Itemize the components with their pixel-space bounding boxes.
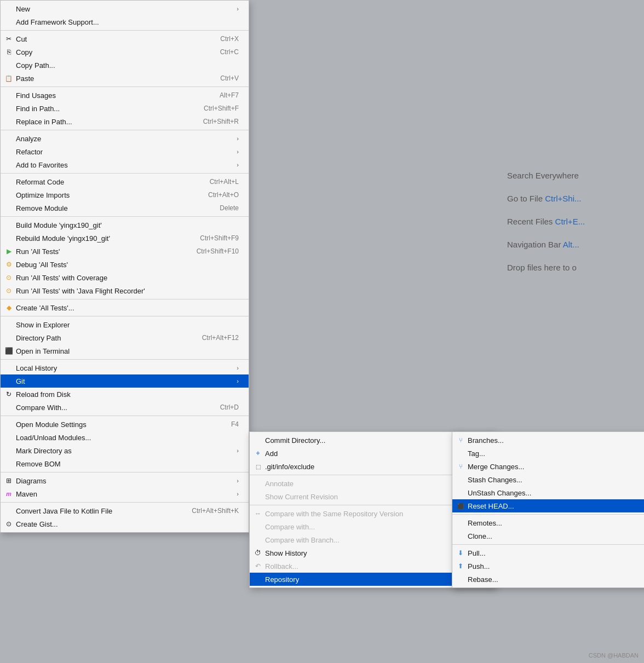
jfr-icon: ⊙ bbox=[4, 287, 14, 295]
push-icon: ⬆ bbox=[456, 562, 465, 570]
menu-item-create-tests[interactable]: ◆ Create 'All Tests'... bbox=[1, 301, 249, 314]
menu-item-remotes[interactable]: Remotes... bbox=[452, 516, 644, 529]
menu-item-unstash-changes[interactable]: UnStash Changes... bbox=[452, 486, 644, 499]
menu-item-find-in-path[interactable]: Find in Path... Ctrl+Shift+F bbox=[1, 102, 249, 115]
hint-recent-files: Recent Files Ctrl+E... bbox=[502, 210, 644, 233]
hint-nav-bar: Navigation Bar Alt... bbox=[502, 233, 644, 256]
menu-item-reload-from-disk[interactable]: ↻ Reload from Disk bbox=[1, 388, 249, 401]
menu-item-add-framework[interactable]: Add Framework Support... bbox=[1, 15, 249, 28]
primary-context-menu: New › Add Framework Support... ✂ Cut Ctr… bbox=[0, 0, 249, 533]
add-icon: + bbox=[253, 449, 263, 457]
cut-icon: ✂ bbox=[4, 35, 14, 43]
menu-item-replace-in-path[interactable]: Replace in Path... Ctrl+Shift+R bbox=[1, 115, 249, 128]
terminal-icon: ⬛ bbox=[4, 347, 14, 355]
menu-item-load-unload-modules[interactable]: Load/Unload Modules... bbox=[1, 431, 249, 444]
separator bbox=[452, 514, 644, 515]
right-panel: Search Everywhere Go to File Ctrl+Shi...… bbox=[502, 164, 644, 279]
separator bbox=[1, 87, 249, 87]
menu-item-stash-changes[interactable]: Stash Changes... bbox=[452, 473, 644, 486]
menu-item-remove-bom[interactable]: Remove BOM bbox=[1, 457, 249, 470]
separator bbox=[1, 416, 249, 416]
menu-item-tag[interactable]: Tag... bbox=[452, 447, 644, 460]
hint-search: Search Everywhere bbox=[502, 164, 644, 187]
menu-item-compare-with[interactable]: Compare With... Ctrl+D bbox=[1, 401, 249, 414]
menu-item-convert-java[interactable]: Convert Java File to Kotlin File Ctrl+Al… bbox=[1, 504, 249, 517]
menu-item-run-tests[interactable]: ▶ Run 'All Tests' Ctrl+Shift+F10 bbox=[1, 245, 249, 258]
menu-item-create-gist[interactable]: ⊙ Create Gist... bbox=[1, 517, 249, 531]
separator bbox=[1, 502, 249, 503]
watermark: CSDN @HABDAN bbox=[589, 652, 639, 659]
repository-context-menu: ⑂ Branches... Ctrl+Shift+` Tag... ⑂ Merg… bbox=[452, 431, 644, 588]
menu-item-git[interactable]: Git › bbox=[1, 374, 249, 388]
menu-item-maven[interactable]: m Maven › bbox=[1, 487, 249, 500]
menu-item-debug-tests[interactable]: ⚙ Debug 'All Tests' bbox=[1, 258, 249, 271]
menu-item-open-in-terminal[interactable]: ⬛ Open in Terminal bbox=[1, 344, 249, 358]
menu-item-directory-path[interactable]: Directory Path Ctrl+Alt+F12 bbox=[1, 331, 249, 344]
menu-item-push[interactable]: ⬆ Push... Ctrl+Shift+K bbox=[452, 560, 644, 573]
separator bbox=[452, 544, 644, 545]
reset-icon: ⬛ bbox=[456, 503, 465, 509]
menu-item-reformat-code[interactable]: Reformat Code Ctrl+Alt+L bbox=[1, 175, 249, 188]
menu-item-paste[interactable]: 📋 Paste Ctrl+V bbox=[1, 72, 249, 85]
history-icon: ⏱ bbox=[253, 549, 263, 557]
menu-item-rebase[interactable]: Rebase... bbox=[452, 573, 644, 586]
menu-item-clone[interactable]: Clone... bbox=[452, 529, 644, 543]
menu-item-rebuild-module[interactable]: Rebuild Module 'yingx190_git' Ctrl+Shift… bbox=[1, 232, 249, 245]
hint-goto-file: Go to File Ctrl+Shi... bbox=[502, 187, 644, 210]
rollback-icon: ↶ bbox=[253, 562, 263, 570]
menu-item-reset-head[interactable]: ⬛ Reset HEAD... bbox=[452, 499, 644, 512]
menu-item-diagrams[interactable]: ⊞ Diagrams › bbox=[1, 474, 249, 487]
debug-icon: ⚙ bbox=[4, 261, 14, 268]
menu-item-copy-path[interactable]: Copy Path... bbox=[1, 59, 249, 72]
separator bbox=[1, 316, 249, 316]
menu-item-build-module[interactable]: Build Module 'yingx190_git' bbox=[1, 218, 249, 232]
menu-item-local-history[interactable]: Local History › bbox=[1, 361, 249, 374]
create-icon: ◆ bbox=[4, 304, 14, 312]
menu-item-remove-module[interactable]: Remove Module Delete bbox=[1, 201, 249, 215]
menu-item-find-usages[interactable]: Find Usages Alt+F7 bbox=[1, 89, 249, 102]
menu-item-cut[interactable]: ✂ Cut Ctrl+X bbox=[1, 32, 249, 45]
menu-item-merge-changes[interactable]: ⑂ Merge Changes... bbox=[452, 460, 644, 473]
diagrams-icon: ⊞ bbox=[4, 477, 14, 485]
copy-icon: ⎘ bbox=[4, 48, 14, 56]
maven-icon: m bbox=[4, 491, 14, 497]
menu-item-analyze[interactable]: Analyze › bbox=[1, 132, 249, 145]
coverage-icon: ⊙ bbox=[4, 274, 14, 281]
separator bbox=[1, 30, 249, 31]
separator bbox=[1, 216, 249, 217]
menu-item-show-in-explorer[interactable]: Show in Explorer bbox=[1, 318, 249, 331]
menu-item-refactor[interactable]: Refactor › bbox=[1, 145, 249, 158]
branches-icon: ⑂ bbox=[456, 436, 465, 444]
menu-item-pull[interactable]: ⬇ Pull... bbox=[452, 546, 644, 560]
separator bbox=[1, 472, 249, 472]
pull-icon: ⬇ bbox=[456, 549, 465, 557]
run-icon: ▶ bbox=[4, 247, 14, 255]
separator bbox=[1, 130, 249, 130]
separator bbox=[1, 359, 249, 360]
menu-item-run-jfr[interactable]: ⊙ Run 'All Tests' with 'Java Flight Reco… bbox=[1, 284, 249, 297]
separator bbox=[1, 299, 249, 299]
menu-item-mark-directory-as[interactable]: Mark Directory as › bbox=[1, 444, 249, 457]
menu-item-copy[interactable]: ⎘ Copy Ctrl+C bbox=[1, 45, 249, 59]
compare-icon: ↔ bbox=[253, 510, 263, 517]
separator bbox=[1, 173, 249, 174]
merge-icon: ⑂ bbox=[456, 463, 465, 470]
hint-drop-files: Drop files here to o bbox=[502, 256, 644, 279]
menu-item-optimize-imports[interactable]: Optimize Imports Ctrl+Alt+O bbox=[1, 188, 249, 201]
menu-item-open-module-settings[interactable]: Open Module Settings F4 bbox=[1, 418, 249, 431]
menu-item-run-coverage[interactable]: ⊙ Run 'All Tests' with Coverage bbox=[1, 271, 249, 284]
menu-item-branches[interactable]: ⑂ Branches... Ctrl+Shift+` bbox=[452, 434, 644, 447]
menu-item-add-to-favorites[interactable]: Add to Favorites › bbox=[1, 158, 249, 171]
reload-icon: ↻ bbox=[4, 390, 14, 398]
paste-icon: 📋 bbox=[4, 75, 14, 82]
menu-item-new[interactable]: New › bbox=[1, 2, 249, 15]
file-icon: ⬚ bbox=[253, 464, 263, 470]
github-icon: ⊙ bbox=[4, 520, 14, 528]
